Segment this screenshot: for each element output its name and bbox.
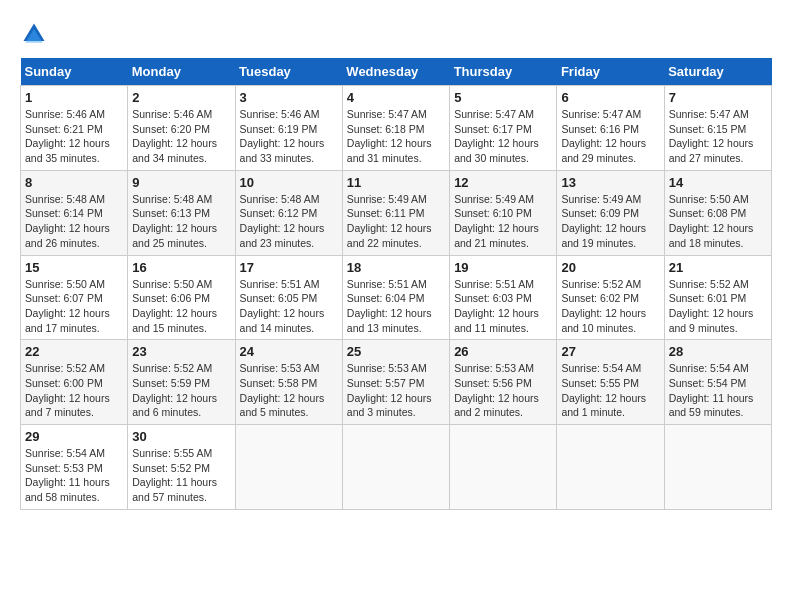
day-info: Sunrise: 5:51 AMSunset: 6:05 PMDaylight:… [240,277,338,336]
day-info: Sunrise: 5:49 AMSunset: 6:11 PMDaylight:… [347,192,445,251]
day-info: Sunrise: 5:53 AMSunset: 5:56 PMDaylight:… [454,361,552,420]
day-number: 1 [25,90,123,105]
day-number: 25 [347,344,445,359]
day-info: Sunrise: 5:47 AMSunset: 6:15 PMDaylight:… [669,107,767,166]
day-cell-6: 6Sunrise: 5:47 AMSunset: 6:16 PMDaylight… [557,86,664,171]
day-info: Sunrise: 5:52 AMSunset: 6:02 PMDaylight:… [561,277,659,336]
day-cell-25: 25Sunrise: 5:53 AMSunset: 5:57 PMDayligh… [342,340,449,425]
days-header-row: SundayMondayTuesdayWednesdayThursdayFrid… [21,58,772,86]
day-number: 19 [454,260,552,275]
day-cell-11: 11Sunrise: 5:49 AMSunset: 6:11 PMDayligh… [342,170,449,255]
col-header-thursday: Thursday [450,58,557,86]
week-row-2: 8Sunrise: 5:48 AMSunset: 6:14 PMDaylight… [21,170,772,255]
day-number: 29 [25,429,123,444]
col-header-monday: Monday [128,58,235,86]
empty-cell [664,425,771,510]
day-number: 24 [240,344,338,359]
day-cell-15: 15Sunrise: 5:50 AMSunset: 6:07 PMDayligh… [21,255,128,340]
day-info: Sunrise: 5:52 AMSunset: 6:01 PMDaylight:… [669,277,767,336]
day-cell-12: 12Sunrise: 5:49 AMSunset: 6:10 PMDayligh… [450,170,557,255]
day-info: Sunrise: 5:54 AMSunset: 5:54 PMDaylight:… [669,361,767,420]
day-info: Sunrise: 5:52 AMSunset: 5:59 PMDaylight:… [132,361,230,420]
day-info: Sunrise: 5:51 AMSunset: 6:04 PMDaylight:… [347,277,445,336]
day-cell-22: 22Sunrise: 5:52 AMSunset: 6:00 PMDayligh… [21,340,128,425]
day-info: Sunrise: 5:49 AMSunset: 6:09 PMDaylight:… [561,192,659,251]
day-cell-4: 4Sunrise: 5:47 AMSunset: 6:18 PMDaylight… [342,86,449,171]
day-number: 6 [561,90,659,105]
day-info: Sunrise: 5:46 AMSunset: 6:21 PMDaylight:… [25,107,123,166]
day-number: 22 [25,344,123,359]
day-info: Sunrise: 5:54 AMSunset: 5:53 PMDaylight:… [25,446,123,505]
day-number: 11 [347,175,445,190]
day-cell-2: 2Sunrise: 5:46 AMSunset: 6:20 PMDaylight… [128,86,235,171]
col-header-tuesday: Tuesday [235,58,342,86]
day-cell-7: 7Sunrise: 5:47 AMSunset: 6:15 PMDaylight… [664,86,771,171]
day-number: 26 [454,344,552,359]
day-info: Sunrise: 5:52 AMSunset: 6:00 PMDaylight:… [25,361,123,420]
day-number: 18 [347,260,445,275]
day-info: Sunrise: 5:50 AMSunset: 6:06 PMDaylight:… [132,277,230,336]
day-number: 4 [347,90,445,105]
empty-cell [342,425,449,510]
day-info: Sunrise: 5:46 AMSunset: 6:20 PMDaylight:… [132,107,230,166]
day-info: Sunrise: 5:47 AMSunset: 6:18 PMDaylight:… [347,107,445,166]
day-number: 14 [669,175,767,190]
day-number: 27 [561,344,659,359]
day-info: Sunrise: 5:48 AMSunset: 6:12 PMDaylight:… [240,192,338,251]
day-number: 23 [132,344,230,359]
day-number: 10 [240,175,338,190]
col-header-wednesday: Wednesday [342,58,449,86]
day-number: 30 [132,429,230,444]
empty-cell [557,425,664,510]
day-number: 3 [240,90,338,105]
day-number: 7 [669,90,767,105]
day-info: Sunrise: 5:48 AMSunset: 6:14 PMDaylight:… [25,192,123,251]
day-info: Sunrise: 5:54 AMSunset: 5:55 PMDaylight:… [561,361,659,420]
week-row-1: 1Sunrise: 5:46 AMSunset: 6:21 PMDaylight… [21,86,772,171]
day-info: Sunrise: 5:47 AMSunset: 6:17 PMDaylight:… [454,107,552,166]
day-number: 21 [669,260,767,275]
day-cell-18: 18Sunrise: 5:51 AMSunset: 6:04 PMDayligh… [342,255,449,340]
day-cell-21: 21Sunrise: 5:52 AMSunset: 6:01 PMDayligh… [664,255,771,340]
day-info: Sunrise: 5:46 AMSunset: 6:19 PMDaylight:… [240,107,338,166]
day-number: 17 [240,260,338,275]
day-cell-30: 30Sunrise: 5:55 AMSunset: 5:52 PMDayligh… [128,425,235,510]
day-cell-28: 28Sunrise: 5:54 AMSunset: 5:54 PMDayligh… [664,340,771,425]
day-number: 9 [132,175,230,190]
col-header-sunday: Sunday [21,58,128,86]
day-info: Sunrise: 5:53 AMSunset: 5:57 PMDaylight:… [347,361,445,420]
day-cell-24: 24Sunrise: 5:53 AMSunset: 5:58 PMDayligh… [235,340,342,425]
day-cell-5: 5Sunrise: 5:47 AMSunset: 6:17 PMDaylight… [450,86,557,171]
day-cell-20: 20Sunrise: 5:52 AMSunset: 6:02 PMDayligh… [557,255,664,340]
day-info: Sunrise: 5:48 AMSunset: 6:13 PMDaylight:… [132,192,230,251]
day-info: Sunrise: 5:47 AMSunset: 6:16 PMDaylight:… [561,107,659,166]
week-row-5: 29Sunrise: 5:54 AMSunset: 5:53 PMDayligh… [21,425,772,510]
day-number: 5 [454,90,552,105]
day-number: 12 [454,175,552,190]
day-number: 16 [132,260,230,275]
day-info: Sunrise: 5:49 AMSunset: 6:10 PMDaylight:… [454,192,552,251]
day-number: 15 [25,260,123,275]
day-number: 13 [561,175,659,190]
day-number: 8 [25,175,123,190]
day-cell-27: 27Sunrise: 5:54 AMSunset: 5:55 PMDayligh… [557,340,664,425]
day-cell-1: 1Sunrise: 5:46 AMSunset: 6:21 PMDaylight… [21,86,128,171]
day-cell-16: 16Sunrise: 5:50 AMSunset: 6:06 PMDayligh… [128,255,235,340]
calendar-table: SundayMondayTuesdayWednesdayThursdayFrid… [20,58,772,510]
empty-cell [450,425,557,510]
day-info: Sunrise: 5:50 AMSunset: 6:07 PMDaylight:… [25,277,123,336]
logo [20,20,52,48]
day-cell-8: 8Sunrise: 5:48 AMSunset: 6:14 PMDaylight… [21,170,128,255]
day-number: 2 [132,90,230,105]
day-info: Sunrise: 5:51 AMSunset: 6:03 PMDaylight:… [454,277,552,336]
day-cell-26: 26Sunrise: 5:53 AMSunset: 5:56 PMDayligh… [450,340,557,425]
day-info: Sunrise: 5:55 AMSunset: 5:52 PMDaylight:… [132,446,230,505]
day-info: Sunrise: 5:50 AMSunset: 6:08 PMDaylight:… [669,192,767,251]
day-number: 20 [561,260,659,275]
day-cell-19: 19Sunrise: 5:51 AMSunset: 6:03 PMDayligh… [450,255,557,340]
day-cell-23: 23Sunrise: 5:52 AMSunset: 5:59 PMDayligh… [128,340,235,425]
day-cell-10: 10Sunrise: 5:48 AMSunset: 6:12 PMDayligh… [235,170,342,255]
day-cell-17: 17Sunrise: 5:51 AMSunset: 6:05 PMDayligh… [235,255,342,340]
page-header [20,20,772,48]
col-header-friday: Friday [557,58,664,86]
